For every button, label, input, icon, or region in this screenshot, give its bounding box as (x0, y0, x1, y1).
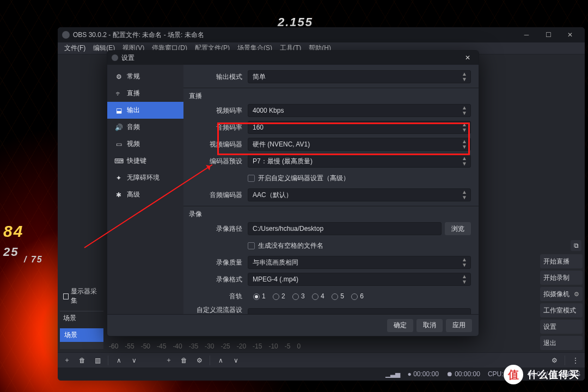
chevron-updown-icon: ▲▼ (462, 189, 467, 200)
recording-format-select[interactable]: MPEG-4 (.mp4)▲▼ (248, 273, 471, 286)
obs-icon (112, 54, 118, 61)
dialog-title: 设置 (121, 53, 134, 63)
tracks-label: 音轨 (191, 292, 248, 301)
add-button[interactable]: ＋ (61, 354, 73, 366)
titlebar: OBS 30.0.2 - 配置文件: 未命名 - 场景: 未命名 ─ ☐ ✕ (58, 27, 585, 42)
start-streaming-button[interactable]: 开始直播 (540, 254, 583, 268)
minimize-button[interactable]: ─ (516, 29, 537, 40)
encoder-preset-select[interactable]: P7：最慢 (最高质量)▲▼ (248, 155, 471, 168)
gear-icon: ⚙ (115, 73, 122, 81)
obs-icon (62, 31, 70, 39)
hud-number: / 75 (24, 255, 43, 265)
custom-encoder-checkbox[interactable] (248, 175, 255, 182)
ok-button[interactable]: 确定 (387, 319, 413, 332)
track-1-radio[interactable] (253, 293, 260, 300)
chevron-updown-icon: ▲▼ (462, 257, 467, 268)
encoder-preset-label: 编码器预设 (191, 157, 248, 166)
custom-encoder-label: 开启自定义编码器设置（高级） (258, 174, 350, 183)
stepper-icon[interactable]: ▲▼ (462, 105, 467, 116)
nav-general[interactable]: ⚙常规 (107, 68, 183, 85)
settings-content: 输出模式 简单▲▼ 直播 视频码率 4000 Kbps▲▼ 音频码率 160▲▼… (183, 65, 479, 314)
studio-mode-button[interactable]: 工作室模式 (540, 303, 583, 317)
settings-dialog: 设置 ✕ ⚙常规 ᯤ直播 ⬓输出 🔊音频 ▭视频 ⌨快捷键 ✦无障碍环境 ✱高级… (107, 50, 479, 336)
add-source-button[interactable]: ＋ (163, 354, 175, 366)
source-down-button[interactable]: ∨ (230, 354, 242, 366)
nav-accessibility[interactable]: ✦无障碍环境 (107, 169, 183, 186)
scenes-header: 场景 (60, 311, 103, 325)
track-6-radio[interactable] (351, 293, 358, 300)
video-encoder-label: 视频编码器 (191, 140, 248, 149)
start-recording-button[interactable]: 开始录制 (540, 271, 583, 285)
settings-button[interactable]: 设置 (540, 320, 583, 334)
speaker-icon: 🔊 (115, 124, 122, 131)
track-3-radio[interactable] (292, 293, 299, 300)
track-4-radio[interactable] (312, 293, 318, 300)
dock-display-capture[interactable]: 显示器采集 (60, 285, 103, 308)
hud-number: 25 (3, 245, 19, 259)
cancel-button[interactable]: 取消 (416, 319, 443, 332)
chevron-updown-icon: ▲▼ (462, 71, 467, 82)
video-bitrate-label: 视频码率 (191, 106, 248, 115)
nav-stream[interactable]: ᯤ直播 (107, 85, 183, 102)
monitor-icon: ▭ (115, 140, 122, 148)
chevron-updown-icon: ▲▼ (462, 274, 467, 285)
exit-button[interactable]: 退出 (540, 336, 583, 350)
keyboard-icon: ⌨ (115, 157, 122, 165)
audio-bitrate-select[interactable]: 160▲▼ (248, 121, 471, 134)
scene-item[interactable]: 场景 (60, 328, 103, 342)
up-button[interactable]: ∧ (113, 354, 125, 366)
video-encoder-select[interactable]: 硬件 (NVENC, AV1)▲▼ (248, 138, 471, 151)
remove-source-button[interactable]: 🗑 (178, 354, 190, 366)
apply-button[interactable]: 应用 (446, 319, 472, 332)
signal-icon: ▁▃▅ (385, 370, 400, 378)
dialog-titlebar: 设置 ✕ (107, 51, 479, 65)
source-up-button[interactable]: ∧ (215, 354, 226, 366)
accessibility-icon: ✦ (115, 174, 122, 182)
no-space-checkbox[interactable] (248, 242, 255, 249)
copy-icon[interactable]: ⧉ (571, 240, 581, 251)
antenna-icon: ᯤ (115, 90, 122, 97)
chevron-updown-icon: ▲▼ (462, 156, 467, 167)
audio-bitrate-label: 音频码率 (191, 123, 248, 132)
filter-button[interactable]: ▥ (91, 354, 103, 366)
recording-path-input[interactable]: C:/Users/hchua/Desktop (248, 222, 442, 235)
track-2-radio[interactable] (273, 293, 279, 300)
muxer-label: 自定义混流器设置 (191, 305, 248, 314)
watermark-icon: 值 (504, 365, 523, 384)
nav-output[interactable]: ⬓输出 (107, 102, 183, 119)
chevron-updown-icon: ▲▼ (462, 122, 467, 133)
down-button[interactable]: ∨ (128, 354, 140, 366)
output-mode-select[interactable]: 简单▲▼ (248, 70, 471, 83)
output-mode-label: 输出模式 (191, 72, 248, 82)
source-props-button[interactable]: ⚙ (193, 354, 205, 366)
remove-button[interactable]: 🗑 (76, 354, 88, 366)
nav-hotkeys[interactable]: ⌨快捷键 (107, 152, 183, 169)
audio-encoder-select[interactable]: AAC（默认）▲▼ (248, 188, 471, 201)
muxer-input[interactable] (248, 308, 471, 314)
menu-file[interactable]: 文件(F) (61, 42, 89, 54)
window-title: OBS 30.0.2 - 配置文件: 未命名 - 场景: 未命名 (73, 30, 204, 40)
recording-path-label: 录像路径 (191, 224, 248, 234)
hud-number: 84 (3, 222, 23, 241)
nav-audio[interactable]: 🔊音频 (107, 119, 183, 136)
recording-quality-select[interactable]: 与串流画质相同▲▼ (248, 256, 471, 269)
browse-button[interactable]: 浏览 (445, 222, 471, 235)
recording-format-label: 录像格式 (191, 275, 248, 284)
live-indicator: ● 00:00:00 (408, 370, 439, 378)
video-bitrate-input[interactable]: 4000 Kbps▲▼ (248, 104, 471, 117)
nav-video[interactable]: ▭视频 (107, 136, 183, 152)
track-5-radio[interactable] (332, 293, 338, 300)
recording-header: 录像 (189, 210, 471, 219)
rec-indicator: ⏺ 00:00:00 (446, 370, 480, 378)
watermark: 值 什么值得买 (504, 365, 579, 384)
no-space-label: 生成没有空格的文件名 (258, 241, 323, 250)
virtual-camera-button[interactable]: 拟摄像机⚙ (540, 287, 583, 301)
export-icon: ⬓ (115, 107, 122, 114)
close-button[interactable]: ✕ (560, 29, 580, 40)
gear-icon[interactable]: ⚙ (574, 291, 579, 298)
chevron-updown-icon: ▲▼ (462, 139, 467, 150)
audio-encoder-label: 音频编码器 (191, 191, 248, 200)
nav-advanced[interactable]: ✱高级 (107, 186, 183, 203)
close-icon[interactable]: ✕ (461, 54, 474, 62)
maximize-button[interactable]: ☐ (538, 29, 559, 40)
